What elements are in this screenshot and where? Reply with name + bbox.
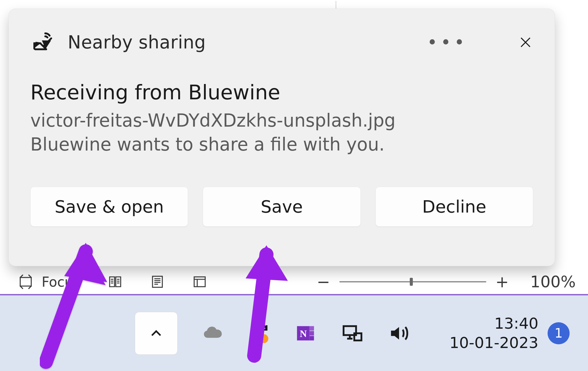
status-bar: Focus − + 100% (18, 270, 588, 294)
notification-center-badge[interactable]: 1 (548, 322, 570, 344)
svg-text:N: N (300, 328, 307, 339)
nearby-sharing-icon (30, 30, 54, 54)
decline-button[interactable]: Decline (375, 187, 533, 227)
volume-icon[interactable] (388, 323, 410, 344)
more-options-button[interactable]: ••• (427, 32, 468, 53)
zoom-value: 100% (530, 273, 576, 291)
zoom-out-button[interactable]: − (317, 273, 330, 291)
svg-rect-7 (310, 336, 314, 340)
sync-icon[interactable] (249, 323, 270, 344)
taskbar: N 13:40 10-01-2023 1 (0, 294, 588, 371)
zoom-in-button[interactable]: + (496, 273, 509, 291)
svg-rect-6 (310, 331, 314, 335)
onenote-icon[interactable]: N (295, 323, 317, 344)
reading-view-icon[interactable] (108, 274, 123, 289)
notification-message: Bluewine wants to share a file with you. (30, 132, 533, 156)
nearby-sharing-notification: Nearby sharing ••• Receiving from Bluewi… (9, 9, 555, 266)
close-button[interactable] (518, 35, 533, 50)
svg-rect-1 (153, 276, 162, 287)
network-icon[interactable] (342, 323, 363, 344)
svg-rect-0 (20, 277, 31, 286)
notification-app-name: Nearby sharing (68, 32, 206, 53)
svg-point-3 (259, 334, 268, 343)
tray-expand-button[interactable] (135, 312, 178, 355)
save-button[interactable]: Save (203, 187, 360, 227)
web-layout-icon[interactable] (192, 274, 207, 289)
onedrive-icon[interactable] (202, 323, 224, 344)
notification-title: Receiving from Bluewine (30, 81, 533, 104)
svg-rect-2 (194, 277, 205, 287)
focus-label: Focus (42, 274, 80, 290)
notification-filename: victor-freitas-WvDYdXDzkhs-unsplash.jpg (30, 109, 533, 132)
date-text: 10-01-2023 (449, 333, 538, 353)
svg-rect-5 (310, 326, 314, 331)
save-and-open-button[interactable]: Save & open (30, 187, 188, 227)
focus-icon (18, 274, 33, 289)
print-layout-icon[interactable] (150, 274, 165, 289)
zoom-slider[interactable] (339, 281, 486, 282)
focus-mode-button[interactable]: Focus (18, 274, 80, 290)
chevron-up-icon (148, 325, 165, 342)
clock[interactable]: 13:40 10-01-2023 (449, 314, 538, 352)
time-text: 13:40 (449, 314, 538, 333)
notification-count: 1 (555, 326, 563, 341)
